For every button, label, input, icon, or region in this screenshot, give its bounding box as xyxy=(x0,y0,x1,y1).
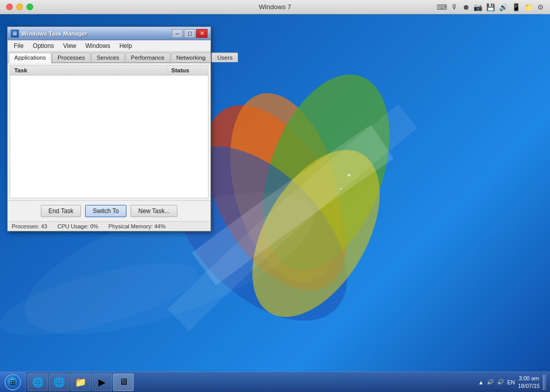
taskbar-media-icon[interactable]: ▶ xyxy=(92,374,112,391)
task-manager-window: 🖥 Windows Task Manager ─ ◻ ✕ File Option… xyxy=(7,27,211,231)
keyboard-icon: ⌨ xyxy=(437,3,447,11)
menu-windows[interactable]: Windows xyxy=(82,41,115,50)
camera-icon: 📷 xyxy=(474,3,482,11)
svg-text:✦: ✦ xyxy=(339,187,343,191)
new-task-button[interactable]: New Task... xyxy=(130,205,177,217)
mac-close-button[interactable] xyxy=(6,4,13,10)
desktop: ✦ ✦ 🖥 Windows Task Manager ─ ◻ ✕ File Op… xyxy=(0,14,550,392)
start-orb[interactable]: ⊞ xyxy=(5,374,21,390)
taskbar-clock: 3:00 am 18/07/15 xyxy=(518,375,540,389)
status-processes: Processes: 43 xyxy=(12,223,47,229)
applications-list[interactable] xyxy=(10,75,208,198)
mic-icon: 🎙 xyxy=(451,3,458,11)
col-task-header: Task xyxy=(10,66,167,75)
taskbar-time: 3:00 am xyxy=(518,375,540,382)
tab-users[interactable]: Users xyxy=(212,53,238,62)
mac-minimize-button[interactable] xyxy=(16,4,23,10)
taskbar-ie-icon[interactable]: 🌐 xyxy=(28,374,48,391)
tm-close-button[interactable]: ✕ xyxy=(196,29,207,38)
tm-title-left: 🖥 Windows Task Manager xyxy=(11,30,87,38)
tray-expand-icon[interactable]: ▲ xyxy=(478,379,484,385)
win7-taskbar: ⊞ 🌐 🌐 📁 ▶ 🖥 ▲ 🔊 🔊 EN 3:00 am 18/07/15 xyxy=(0,372,550,392)
end-task-button[interactable]: End Task xyxy=(41,205,81,217)
tm-minimize-button[interactable]: ─ xyxy=(172,29,183,38)
menu-view[interactable]: View xyxy=(59,41,81,50)
task-manager-icon: 🖥 xyxy=(11,30,19,38)
applications-content: Task Status xyxy=(10,65,208,198)
status-memory: Physical Memory: 44% xyxy=(109,223,166,229)
task-manager-statusbar: Processes: 43 CPU Usage: 0% Physical Mem… xyxy=(8,221,211,231)
taskbar-taskmgr-icon[interactable]: 🖥 xyxy=(113,374,134,391)
status-cpu: CPU Usage: 0% xyxy=(58,223,98,229)
task-manager-menubar: File Options View Windows Help xyxy=(8,40,211,51)
task-manager-title: Windows Task Manager xyxy=(21,31,87,37)
taskbar-ie2-icon[interactable]: 🌐 xyxy=(49,374,69,391)
tm-window-controls: ─ ◻ ✕ xyxy=(172,29,207,38)
speaker-icon: 🔊 xyxy=(499,3,508,11)
mac-maximize-button[interactable] xyxy=(27,4,33,10)
mac-toolbar-icons: ⌨ 🎙 ⏺ 📷 💾 🔊 📱 📁 ⚙ xyxy=(437,3,544,11)
tray-network-icon: 🔊 xyxy=(487,379,494,385)
show-desktop-button[interactable] xyxy=(543,375,546,390)
task-manager-tabs: Applications Processes Services Performa… xyxy=(8,51,211,63)
menu-file[interactable]: File xyxy=(10,41,28,50)
col-status-header: Status xyxy=(167,66,208,75)
tray-volume-icon: 🔊 xyxy=(497,379,504,385)
tab-networking[interactable]: Networking xyxy=(171,53,212,62)
taskbar-items: 🌐 🌐 📁 ▶ 🖥 xyxy=(25,374,474,391)
phone-icon: 📱 xyxy=(512,3,520,11)
tab-performance[interactable]: Performance xyxy=(125,53,170,62)
settings-icon: ⚙ xyxy=(537,3,544,11)
mac-traffic-lights xyxy=(6,4,33,10)
taskbar-folder-icon[interactable]: 📁 xyxy=(70,374,91,391)
tab-processes[interactable]: Processes xyxy=(52,53,91,62)
tab-applications[interactable]: Applications xyxy=(9,53,51,63)
tm-restore-button[interactable]: ◻ xyxy=(184,29,195,38)
menu-options[interactable]: Options xyxy=(29,41,58,50)
taskbar-date: 18/07/15 xyxy=(518,382,540,389)
mac-topbar: Windows 7 ⌨ 🎙 ⏺ 📷 💾 🔊 📱 📁 ⚙ xyxy=(0,0,550,14)
menu-help[interactable]: Help xyxy=(115,41,136,50)
start-button[interactable]: ⊞ xyxy=(0,372,25,393)
tab-services[interactable]: Services xyxy=(91,53,125,62)
task-manager-buttons: End Task Switch To New Task... xyxy=(8,200,211,221)
switch-to-button[interactable]: Switch To xyxy=(85,205,126,217)
record-icon: ⏺ xyxy=(462,3,469,11)
svg-text:✦: ✦ xyxy=(347,172,352,179)
folder-icon: 📁 xyxy=(525,3,533,11)
taskbar-lang: EN xyxy=(507,379,515,385)
mac-window-title: Windows 7 xyxy=(259,3,292,11)
task-manager-titlebar: 🖥 Windows Task Manager ─ ◻ ✕ xyxy=(8,27,211,40)
taskbar-system-tray: ▲ 🔊 🔊 EN 3:00 am 18/07/15 xyxy=(474,375,550,390)
floppy-icon: 💾 xyxy=(486,3,495,11)
table-header: Task Status xyxy=(10,66,208,75)
